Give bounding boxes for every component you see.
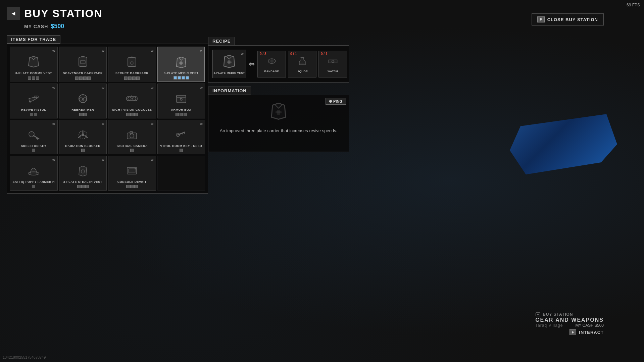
item-slots bbox=[32, 185, 35, 188]
main-panel: ◄ BUY STATION MY CASH $500 ITEMS FOR TRA… bbox=[7, 7, 208, 194]
item-slots bbox=[126, 185, 138, 188]
slot bbox=[79, 76, 83, 80]
interact-cash: MY CASH $500 bbox=[576, 323, 604, 328]
slot bbox=[186, 76, 189, 80]
slot bbox=[126, 113, 130, 116]
svg-rect-0 bbox=[79, 57, 87, 66]
svg-rect-38 bbox=[227, 61, 232, 63]
items-grid: ∞ 3-PLATE COMMS VEST ∞ SCAVENGER BACKPAC… bbox=[10, 47, 205, 191]
infinity-icon: ∞ bbox=[200, 85, 203, 90]
slot bbox=[130, 185, 134, 188]
item-3-plate-stealth-vest[interactable]: ∞ 3-PLATE STEALTH VEST bbox=[59, 156, 107, 191]
item-name: SATTIQ POPPY FARMER H bbox=[12, 180, 55, 184]
svg-point-36 bbox=[135, 168, 136, 169]
slot bbox=[128, 76, 132, 80]
item-revive-pistol[interactable]: ∞ REVIVE PISTOL bbox=[10, 84, 58, 118]
recipe-input-bandage: 0 / 3 BANDAGE bbox=[257, 51, 286, 77]
item-armor-box[interactable]: ∞ ARMOR BOX bbox=[157, 84, 205, 118]
item-slots bbox=[32, 149, 35, 152]
items-section-header: ITEMS FOR TRADE bbox=[7, 35, 60, 44]
slot bbox=[30, 113, 33, 116]
item-icon-vest bbox=[26, 54, 42, 70]
slot bbox=[28, 76, 31, 80]
item-slots bbox=[28, 76, 39, 80]
slot bbox=[75, 76, 79, 80]
right-panel: RECIPE ∞ 3-PLATE MEDIC VEST ⇔ 0 / 3 bbox=[208, 37, 349, 152]
slot bbox=[77, 185, 81, 188]
svg-rect-48 bbox=[276, 111, 282, 113]
interact-location: Taraq Village bbox=[535, 323, 563, 328]
interact-label: INTERACT bbox=[579, 330, 604, 335]
infinity-icon: ∞ bbox=[101, 121, 104, 126]
slot bbox=[83, 113, 87, 116]
item-skeleton-key[interactable]: ∞ SKELETON KEY bbox=[10, 120, 58, 155]
item-icon-key2 bbox=[173, 127, 189, 143]
item-name: TACTICAL CAMERA bbox=[116, 144, 148, 148]
recipe-input-name-bandage: BANDAGE bbox=[264, 70, 279, 73]
session-id: 13421800255175467874­9 bbox=[3, 355, 46, 359]
slot bbox=[34, 113, 37, 116]
back-button[interactable]: ◄ bbox=[7, 7, 20, 20]
interact-key-badge[interactable]: F bbox=[569, 329, 577, 335]
close-button-label: CLOSE BUY STATION bbox=[547, 17, 598, 22]
recipe-input-name-liquor: LIQUOR bbox=[296, 70, 308, 73]
information-description: An improved three plate carrier that inc… bbox=[214, 121, 343, 138]
slot bbox=[85, 185, 89, 188]
item-icon-key bbox=[26, 127, 42, 143]
item-name: RADIATION BLOCKER bbox=[65, 144, 100, 148]
recipe-input-icon-bandage bbox=[266, 55, 278, 68]
item-name: CONSOLE DEVKIT bbox=[117, 180, 147, 184]
svg-rect-15 bbox=[131, 98, 133, 99]
item-console-devkit[interactable]: ∞ CONSOLE DEVKIT bbox=[108, 156, 156, 191]
recipe-input-icon-liquor bbox=[296, 55, 308, 68]
item-name: 3-PLATE MEDIC VEST bbox=[164, 71, 198, 75]
slot bbox=[134, 113, 138, 116]
cash-label: MY CASH bbox=[24, 24, 48, 29]
infinity-icon: ∞ bbox=[199, 49, 202, 53]
item-radiation-blocker[interactable]: ∞ RADIATION BLOCKER bbox=[59, 120, 107, 155]
infinity-icon: ∞ bbox=[101, 157, 104, 162]
svg-rect-2 bbox=[128, 58, 136, 66]
recipe-input-liquor: 0 / 1 LIQUOR bbox=[288, 51, 316, 77]
item-icon-devkit bbox=[124, 163, 140, 179]
infinity-icon: ∞ bbox=[200, 121, 203, 126]
slot bbox=[130, 149, 134, 152]
item-night-vision-goggles[interactable]: ∞ NIGHT VISION GOGGLES bbox=[108, 84, 156, 118]
interact-station-sub: GEAR AND WEAPONS bbox=[535, 317, 604, 323]
recipe-output-infinity: ∞ bbox=[241, 51, 244, 56]
slot bbox=[182, 76, 185, 80]
svg-point-29 bbox=[176, 133, 180, 137]
item-name: REBREATHER bbox=[71, 108, 94, 112]
recipe-output-name: 3-PLATE MEDIC VEST bbox=[214, 71, 245, 74]
item-rebreather[interactable]: ∞ REBREATHER bbox=[59, 84, 107, 118]
item-secure-backpack[interactable]: ∞ SECURE BACKPACK bbox=[108, 47, 156, 82]
slot bbox=[36, 76, 39, 80]
recipe-container: ∞ 3-PLATE MEDIC VEST ⇔ 0 / 3 bbox=[208, 45, 349, 83]
svg-point-8 bbox=[79, 95, 87, 103]
item-icon-rebreather bbox=[75, 91, 91, 107]
infinity-icon: ∞ bbox=[52, 121, 55, 126]
interact-station-name-label: BUY STATION bbox=[543, 312, 573, 317]
slot bbox=[32, 149, 35, 152]
slot bbox=[87, 76, 91, 80]
item-vtrol-room-key[interactable]: ∞ VTROL ROOM KEY - USED bbox=[157, 120, 205, 155]
slot bbox=[176, 113, 179, 116]
item-slots bbox=[81, 149, 85, 152]
item-3-plate-medic-vest[interactable]: ∞ 3-PLATE MEDIC VEST bbox=[157, 47, 205, 82]
slot bbox=[81, 149, 85, 152]
item-slots bbox=[176, 113, 187, 116]
item-tactical-camera[interactable]: ∞ TACTICAL CAMERA bbox=[108, 120, 156, 155]
item-sattiq-poppy-farmer[interactable]: ∞ SATTIQ POPPY FARMER H bbox=[10, 156, 58, 191]
item-name: REVIVE PISTOL bbox=[21, 108, 46, 112]
slot bbox=[81, 185, 85, 188]
slot bbox=[134, 185, 138, 188]
item-slots bbox=[180, 149, 183, 152]
close-buy-station-button[interactable]: F CLOSE BUY STATION bbox=[532, 13, 604, 25]
interact-station-icon: BUY STATION bbox=[535, 312, 604, 317]
interact-area: BUY STATION GEAR AND WEAPONS Taraq Villa… bbox=[535, 312, 604, 335]
item-scavenger-backpack[interactable]: ∞ SCAVENGER BACKPACK bbox=[59, 47, 107, 82]
infinity-icon: ∞ bbox=[151, 85, 154, 90]
item-3-plate-comms-vest[interactable]: ∞ 3-PLATE COMMS VEST bbox=[10, 47, 58, 82]
item-name: SECURE BACKPACK bbox=[115, 71, 148, 75]
svg-rect-41 bbox=[270, 60, 274, 62]
